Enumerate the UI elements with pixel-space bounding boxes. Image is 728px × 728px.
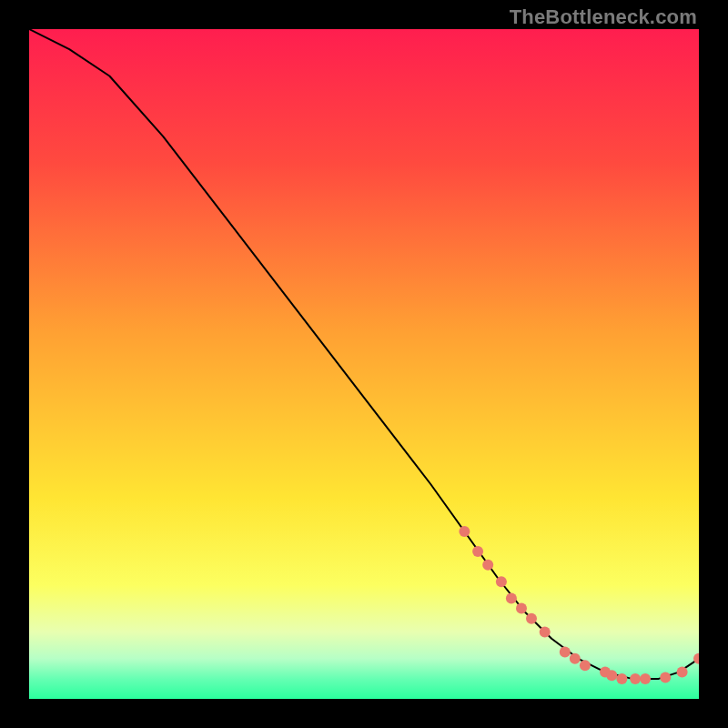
marker-point bbox=[482, 560, 493, 571]
marker-point bbox=[677, 667, 688, 678]
marker-point bbox=[506, 593, 517, 604]
marker-point bbox=[472, 546, 483, 557]
curve-layer bbox=[29, 29, 699, 699]
marker-point bbox=[580, 660, 591, 671]
plot-area bbox=[29, 29, 699, 699]
highlight-points bbox=[459, 526, 699, 684]
chart-stage: TheBottleneck.com bbox=[0, 0, 728, 728]
marker-point bbox=[660, 672, 671, 682]
marker-point bbox=[540, 626, 551, 637]
marker-point bbox=[616, 673, 627, 684]
bottleneck-curve bbox=[29, 29, 699, 679]
marker-point bbox=[570, 653, 581, 664]
marker-point bbox=[459, 526, 470, 537]
marker-point bbox=[516, 603, 527, 614]
watermark-text: TheBottleneck.com bbox=[510, 5, 697, 29]
marker-point bbox=[496, 576, 507, 587]
marker-point bbox=[526, 613, 537, 624]
marker-point bbox=[606, 670, 617, 681]
marker-point bbox=[630, 673, 641, 684]
marker-point bbox=[640, 673, 651, 684]
marker-point bbox=[560, 647, 571, 658]
